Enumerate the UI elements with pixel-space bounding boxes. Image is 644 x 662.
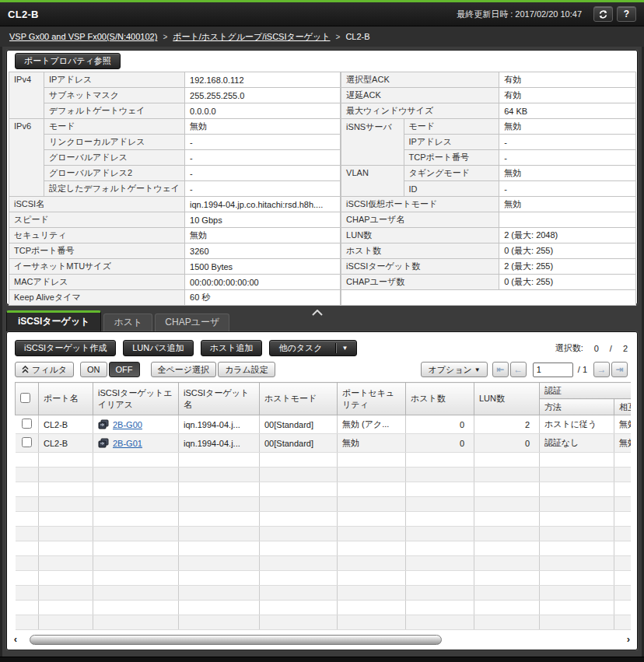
prop-label: IPアドレス: [44, 72, 184, 88]
cell-port-security: 無効 (アク...: [338, 415, 406, 434]
col-header-auth-method: 方法: [540, 399, 614, 415]
select-all-pages-button[interactable]: 全ページ選択: [151, 362, 217, 377]
select-all-checkbox[interactable]: [20, 393, 30, 403]
add-lun-path-button[interactable]: LUNパス追加: [123, 340, 194, 356]
cell-port: CL2-B: [39, 434, 93, 453]
cell-port: CL2-B: [39, 415, 93, 434]
prop-value: 無効: [185, 228, 341, 243]
select-all-header: [16, 383, 39, 415]
col-header-port-security: ポートセキュリティ: [338, 383, 406, 415]
scrollbar-track[interactable]: [22, 634, 622, 646]
breadcrumb-link-system[interactable]: VSP Gx00 and VSP Fx00(S/N:400102): [9, 32, 157, 41]
empty-row: [16, 468, 632, 482]
prop-value: -: [185, 135, 341, 150]
scroll-right-button[interactable]: ›: [622, 633, 635, 646]
last-page-button[interactable]: ⇥: [611, 362, 628, 377]
col-header-alias: iSCSIターゲットエイリアス: [93, 383, 179, 415]
scroll-left-button[interactable]: ‹: [9, 633, 22, 646]
empty-row: [16, 586, 632, 601]
next-page-button[interactable]: →: [593, 362, 610, 377]
prop-value: 64 KB: [499, 103, 636, 119]
prop-value: 0 (最大: 255): [499, 243, 636, 259]
breadcrumb-separator: >: [163, 33, 167, 41]
tab-host[interactable]: ホスト: [103, 313, 152, 331]
options-button[interactable]: オプション ▼: [421, 362, 487, 377]
empty-row: [16, 527, 632, 541]
target-alias-link[interactable]: 2B-G01: [113, 439, 142, 448]
refresh-icon: [598, 9, 608, 19]
app-window: CL2-B 最終更新日時 : 2017/02/20 10:47 ? VSP Gx…: [0, 0, 644, 662]
prop-label: LUN数: [341, 228, 499, 243]
prop-value: 1500 Bytes: [185, 259, 341, 275]
prop-label: iSCSI仮想ポートモード: [341, 197, 499, 212]
prop-label: デフォルトゲートウェイ: [44, 103, 184, 119]
collapse-summary-control[interactable]: [312, 305, 324, 311]
cell-auth-mutual: 無効: [614, 415, 632, 434]
row-checkbox[interactable]: [22, 437, 32, 447]
row-checkbox[interactable]: [22, 419, 32, 429]
help-button[interactable]: ?: [617, 6, 636, 22]
prop-value: -: [185, 166, 341, 181]
target-alias-link[interactable]: 2B-G00: [113, 420, 142, 429]
prop-label: ID: [404, 181, 499, 197]
first-page-button[interactable]: ⇤: [492, 362, 509, 377]
toolbar: iSCSIターゲット作成 LUNパス追加 ホスト追加 他のタスク ▼ 選択数: …: [7, 332, 637, 356]
other-tasks-button[interactable]: 他のタスク ▼: [269, 340, 357, 356]
prop-label: グローバルアドレス: [44, 150, 184, 166]
prop-value: 0 (最大: 255): [499, 275, 636, 290]
page-input[interactable]: [533, 363, 573, 377]
filter-button[interactable]: フィルタ: [15, 362, 74, 377]
prop-label: グローバルアドレス2: [44, 166, 184, 181]
empty-row: [16, 615, 632, 630]
port-properties: IPv4 IPアドレス 192.168.0.112 サブネットマスク 255.2…: [9, 72, 636, 306]
tab-chap-user[interactable]: CHAPユーザ: [155, 313, 229, 331]
prop-value: 2 (最大: 2048): [499, 228, 636, 243]
prop-value: 有効: [499, 88, 636, 103]
filter-on-button[interactable]: ON: [80, 362, 107, 377]
column-settings-button[interactable]: カラム設定: [218, 362, 275, 377]
iscsi-target-icon: [98, 438, 110, 449]
table-row: CL2-B 2B-G01 iqn.1994-04.j... 00[Standar…: [16, 434, 632, 453]
add-host-button[interactable]: ホスト追加: [201, 340, 263, 356]
create-iscsi-target-button[interactable]: iSCSIターゲット作成: [15, 340, 116, 356]
prop-label: TCPポート番号: [9, 243, 185, 259]
dropdown-caret-icon: ▼: [474, 366, 481, 373]
page-total: / 1: [578, 365, 587, 374]
table-row: CL2-B 2B-G00 iqn.1994-04.j... 00[Standar…: [16, 415, 632, 434]
row-select-cell: [16, 434, 39, 453]
empty-row: [16, 453, 632, 468]
prop-value: iqn.1994-04.jp.co.hitachi:rsd.h8h....: [185, 197, 341, 212]
selection-count: 選択数: 0 / 2: [555, 342, 628, 354]
button-divider: [335, 343, 336, 353]
cell-auth-method: 認証なし: [540, 434, 614, 453]
prop-label: スピード: [9, 212, 185, 228]
refresh-button[interactable]: [593, 6, 613, 22]
breadcrumb-separator: >: [336, 33, 341, 41]
view-port-properties-button[interactable]: ポートプロパティ参照: [15, 53, 121, 69]
window-bottom-edge: [0, 657, 644, 662]
scrollbar-thumb[interactable]: [30, 635, 442, 645]
col-header-auth-mutual: 相互CHAP: [614, 399, 632, 415]
title-bar: CL2-B 最終更新日時 : 2017/02/20 10:47 ?: [0, 2, 644, 26]
cell-host-count: 0: [406, 434, 474, 453]
empty-cell: [341, 290, 636, 306]
prop-value: -: [185, 181, 341, 197]
empty-row: [16, 482, 632, 497]
page-title: CL2-B: [8, 9, 39, 20]
breadcrumb-link-ports[interactable]: ポート/ホストグループ/iSCSIターゲット: [173, 31, 330, 43]
col-header-port: ポート名: [39, 383, 93, 415]
prop-value: 有効: [499, 72, 636, 88]
prop-value: 192.168.0.112: [185, 72, 341, 88]
filter-off-button[interactable]: OFF: [109, 362, 140, 377]
prop-value: 無効: [499, 166, 636, 181]
tab-iscsi-target[interactable]: iSCSIターゲット: [6, 310, 101, 331]
prev-page-button[interactable]: ←: [510, 362, 527, 377]
col-header-host-count: ホスト数: [406, 383, 474, 415]
prop-label: モード: [44, 119, 184, 135]
prop-label: モード: [404, 119, 499, 135]
selection-total-value: 2: [623, 344, 628, 353]
prop-value: 60 秒: [185, 290, 341, 306]
prop-label: iSCSIターゲット数: [341, 259, 499, 275]
prop-label: 最大ウィンドウサイズ: [341, 103, 499, 119]
iscsi-target-panel: iSCSIターゲット作成 LUNパス追加 ホスト追加 他のタスク ▼ 選択数: …: [6, 331, 638, 650]
